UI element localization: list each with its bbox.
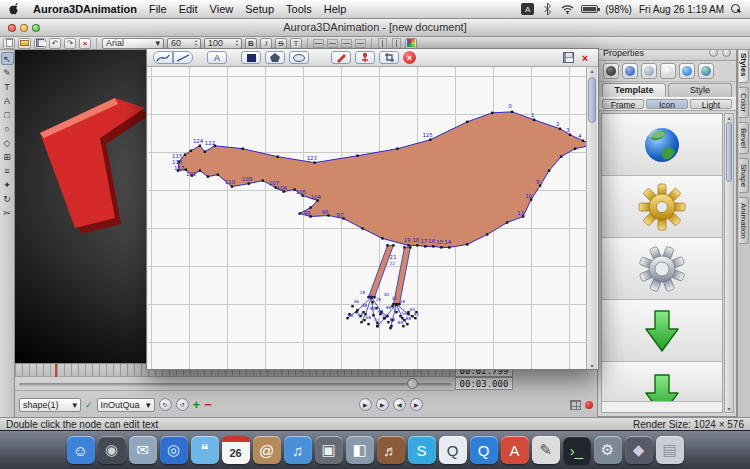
grid-toggle-button[interactable] [570,400,581,410]
path-node[interactable] [386,244,388,246]
side-tab-bevel[interactable]: Bevel [739,122,749,154]
wifi-icon[interactable] [561,3,574,15]
path-node[interactable] [409,246,411,248]
menu-tools[interactable]: Tools [286,3,312,15]
path-node[interactable] [342,217,344,219]
path-node[interactable] [392,244,394,246]
dock-contacts[interactable]: @ [253,436,281,464]
node-grid-canvas[interactable]: 0123412512312412211511611712111010910710… [148,67,588,369]
object-icon-light[interactable] [660,63,676,79]
path-node[interactable] [391,305,393,307]
path-node[interactable] [361,227,363,229]
dock-textedit[interactable]: ✎ [532,436,560,464]
template-item-green-arrow-2[interactable] [602,362,722,402]
path-node[interactable] [351,305,353,307]
path-node[interactable] [506,221,508,223]
dialog-scrollbar-thumb[interactable] [588,77,596,123]
path-node[interactable] [316,199,318,201]
bold-button[interactable]: B [245,38,257,49]
menu-view[interactable]: View [210,3,234,15]
menu-setup[interactable]: Setup [245,3,274,15]
dock-garageband[interactable]: ♬ [377,436,405,464]
tool-select-icon[interactable]: ↖ [1,52,14,65]
path-node[interactable] [466,121,468,123]
object-icon-blue[interactable] [622,63,638,79]
text-node-button[interactable]: A [207,51,227,64]
path-node[interactable] [530,198,532,200]
spotlight-icon[interactable] [731,4,742,15]
object-icon-steel[interactable] [641,63,657,79]
side-tab-shape[interactable]: Shape [739,158,749,193]
tool-ellipse-icon[interactable]: ○ [1,122,14,135]
bird-outline-shape[interactable] [178,112,588,248]
template-item-gold-gear[interactable] [602,176,722,238]
tool-label-icon[interactable]: A [1,94,14,107]
path-node[interactable] [533,119,535,121]
side-tab-color[interactable]: Color [739,87,749,118]
dock-chat[interactable]: ❝ [191,436,219,464]
dialog-scrollbar[interactable]: ▴ ▾ [586,67,597,369]
path-node[interactable] [309,206,311,208]
open-button[interactable] [18,38,31,49]
path-node[interactable] [313,161,315,163]
font-family-select[interactable]: Arial ▾ [102,38,164,49]
dock-mail[interactable]: ✉ [129,436,157,464]
path-node[interactable] [560,156,562,158]
menu-edit[interactable]: Edit [179,3,198,15]
path-node[interactable] [184,154,186,156]
path-node[interactable] [491,112,493,114]
subtab-light[interactable]: Light [690,99,732,109]
path-node[interactable] [199,169,201,171]
path-node[interactable] [569,134,571,136]
dock-finder[interactable]: ☺ [67,436,95,464]
path-node[interactable] [376,325,378,327]
path-node[interactable] [406,323,408,325]
dock-photo-booth[interactable]: ▣ [315,436,343,464]
rect-shape-button[interactable] [241,51,261,64]
tool-grid-icon[interactable]: ⊞ [1,150,14,163]
align-right-button[interactable] [341,39,352,48]
path-node[interactable] [414,317,416,319]
path-node[interactable] [396,148,398,150]
add-keyframe-button[interactable]: + [193,397,201,412]
tool-star-icon[interactable]: ✦ [1,178,14,191]
tool-pen-icon[interactable]: ✎ [1,66,14,79]
path-node[interactable] [395,303,397,305]
path-node[interactable] [199,145,201,147]
path-node[interactable] [448,246,450,248]
subtab-icon[interactable]: Icon [646,99,688,109]
color-palette-button[interactable] [405,38,417,49]
template-item-green-arrow[interactable] [602,300,722,362]
object-icon-dark[interactable] [603,63,619,79]
scrollbar-thumb[interactable] [726,122,732,182]
step-back-button[interactable]: ◀ [393,398,406,411]
record-button[interactable] [585,401,593,409]
dock-preview[interactable]: ◧ [346,436,374,464]
path-node[interactable] [298,212,300,214]
path-node[interactable] [403,246,405,248]
anchor-tool-button[interactable] [355,51,375,64]
delete-button[interactable]: × [79,38,91,49]
timeline-slider-knob[interactable] [407,378,418,389]
path-node[interactable] [424,245,426,247]
side-tab-styles[interactable]: Styles [739,47,749,83]
step-forward-button[interactable]: ▶ [410,398,423,411]
align-left-button[interactable] [313,39,324,48]
dock-quicktime[interactable]: Q [439,436,467,464]
template-item-earth[interactable] [602,114,722,176]
dock-calendar[interactable]: 26 [222,436,250,464]
subtab-frame[interactable]: Frame [602,99,644,109]
char-spacing-button[interactable] [392,38,401,49]
path-node[interactable] [440,246,442,248]
bluetooth-icon[interactable] [541,3,554,15]
crop-tool-button[interactable] [379,51,399,64]
line-tool-button[interactable] [173,51,193,64]
path-node[interactable] [248,182,250,184]
battery-icon[interactable] [581,5,598,13]
path-node[interactable] [207,175,209,177]
window-title-bar[interactable]: Aurora3DAnimation - [new document] [0,19,750,37]
path-node[interactable] [190,150,192,152]
delete-node-button[interactable]: × [403,51,416,64]
path-node[interactable] [574,148,576,150]
play-button[interactable]: ▶ [359,398,372,411]
